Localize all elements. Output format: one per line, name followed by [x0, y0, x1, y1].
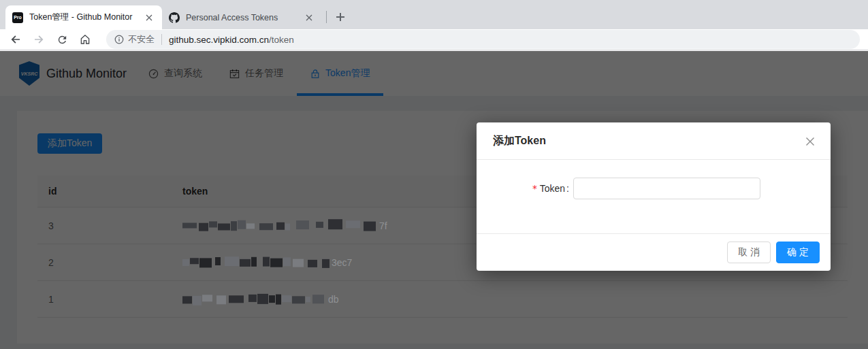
browser-toolbar: 不安全 github.sec.vipkid.com.cn/token: [0, 29, 868, 50]
modal-footer: 取 消 确 定: [477, 233, 831, 271]
tab-title: Personal Access Tokens: [186, 13, 303, 22]
tab-token-admin[interactable]: Pro Token管理 - Github Monitor: [5, 5, 162, 29]
tab-personal-access-tokens[interactable]: Personal Access Tokens: [162, 6, 322, 29]
tab-strip: Pro Token管理 - Github Monitor Personal Ac…: [0, 0, 868, 29]
url-host[interactable]: github.sec.vipkid.com.cn: [169, 35, 269, 45]
add-token-modal: 添加Token *Token: 取 消 确 定: [477, 122, 831, 271]
forward-button[interactable]: [29, 30, 48, 49]
token-field-label: *Token:: [477, 183, 569, 194]
url-path[interactable]: /token: [269, 35, 294, 45]
github-favicon-icon: [169, 12, 180, 23]
home-button[interactable]: [76, 30, 95, 49]
cancel-button[interactable]: 取 消: [727, 242, 771, 263]
close-tab-icon[interactable]: [143, 12, 155, 24]
close-icon: [805, 137, 815, 146]
tab-title: Token管理 - Github Monitor: [29, 12, 143, 23]
omnibox-divider: [161, 34, 162, 45]
close-tab-icon[interactable]: [303, 12, 315, 24]
redacted-token-mosaic: [182, 258, 330, 267]
reload-button[interactable]: [52, 30, 71, 49]
modal-close-button[interactable]: [803, 135, 817, 148]
address-bar[interactable]: 不安全 github.sec.vipkid.com.cn/token: [106, 30, 860, 49]
token-input[interactable]: [573, 178, 760, 199]
token-visible-suffix: db: [328, 294, 339, 305]
info-icon[interactable]: [114, 35, 124, 44]
redacted-token-mosaic: [182, 294, 327, 304]
browser-window: Pro Token管理 - Github Monitor Personal Ac…: [0, 0, 868, 349]
page-content: VKSRC Github Monitor 查询系统 任务管理 Token管理 添…: [0, 51, 868, 349]
token-visible-suffix: 7f: [379, 220, 387, 231]
required-mark: *: [532, 183, 537, 194]
modal-title: 添加Token: [493, 135, 546, 146]
new-tab-button[interactable]: [331, 7, 350, 27]
token-form-row: *Token:: [477, 178, 831, 199]
redacted-token-mosaic: [182, 220, 378, 231]
tab-divider: [326, 11, 327, 23]
token-visible-suffix: 3ec7: [332, 257, 352, 268]
confirm-button[interactable]: 确 定: [776, 242, 820, 263]
pro-favicon-icon: Pro: [12, 12, 23, 23]
back-button[interactable]: [6, 30, 25, 49]
security-label[interactable]: 不安全: [128, 33, 155, 46]
modal-header: 添加Token: [477, 122, 831, 160]
modal-body: *Token:: [477, 160, 831, 233]
